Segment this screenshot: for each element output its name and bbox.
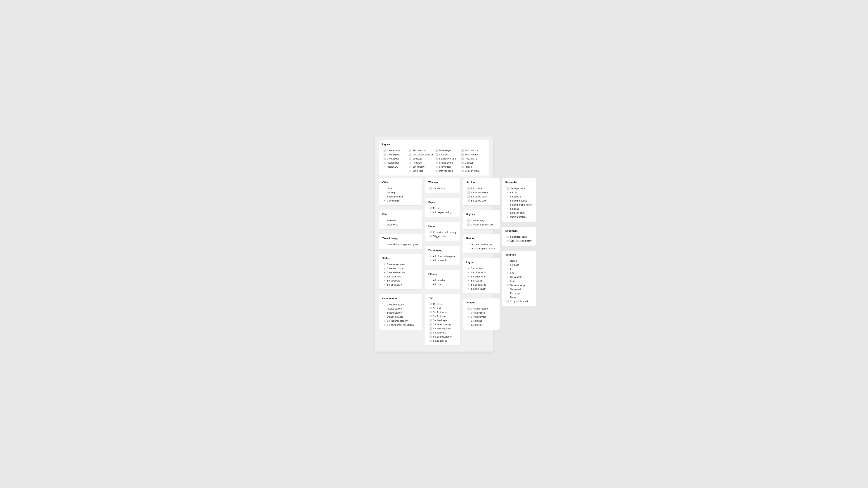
menu-item[interactable]: ○Repeat <box>505 259 533 263</box>
menu-item[interactable]: ⬜Set text <box>428 306 457 310</box>
menu-item[interactable]: ⬜Set text resize <box>428 339 457 343</box>
menu-item[interactable]: ⬜Create group <box>382 153 408 157</box>
menu-item[interactable]: ⊞Set auto layout <box>466 287 496 291</box>
menu-item[interactable]: ⬡On selection change <box>466 242 496 247</box>
menu-item[interactable]: ⬜Create page <box>382 157 408 161</box>
menu-item[interactable]: ⬜Create sticky <box>466 219 496 223</box>
menu-item[interactable]: ○Swap instance <box>382 311 419 315</box>
menu-item[interactable]: ⊞Set text style <box>382 279 419 283</box>
menu-item[interactable]: ⊞Set position <box>466 266 496 270</box>
menu-item[interactable]: ⬜Flip horizontal <box>434 161 460 165</box>
menu-item[interactable]: ○Insert instance <box>382 306 419 311</box>
menu-item[interactable]: ○Run script <box>505 291 533 295</box>
menu-item[interactable]: ⊞Set instance property <box>382 319 419 323</box>
menu-item[interactable]: ○Paste properties <box>505 215 533 219</box>
menu-item[interactable]: ⬜Flatten <box>460 165 486 169</box>
menu-item[interactable]: ○Add shadow <box>428 278 457 282</box>
menu-item[interactable]: TCreate text style <box>382 266 419 270</box>
menu-item[interactable]: ⬜Add to version history <box>505 239 533 243</box>
menu-item[interactable]: ⬜Resize to fit <box>460 157 486 161</box>
menu-item[interactable]: ⬡For each <box>505 263 533 267</box>
menu-item[interactable]: ○Detach instance <box>382 315 419 319</box>
menu-item[interactable]: +Add interaction <box>428 258 457 262</box>
menu-item[interactable]: ○Insert library component by key <box>382 242 419 247</box>
menu-item[interactable]: ⊞Set constraints <box>466 283 496 287</box>
menu-item[interactable]: A/Insert SVG <box>382 165 408 169</box>
menu-item[interactable]: ⬜Create frame <box>382 149 408 153</box>
menu-item[interactable]: ○Set corner smoothing <box>505 203 533 207</box>
menu-item[interactable]: ⬜Create shape with text <box>466 223 496 227</box>
menu-item[interactable]: ◇Create component <box>382 302 419 306</box>
menu-item[interactable]: /Add fill <box>505 191 533 195</box>
menu-item[interactable]: ⬡Open URL <box>382 223 419 227</box>
menu-item[interactable]: ○Stop automation <box>382 195 419 199</box>
menu-item[interactable]: ⬜Commit to undo history <box>428 230 457 234</box>
menu-item[interactable]: <>If <box>505 267 533 271</box>
menu-item[interactable]: ○Set opacity <box>505 195 533 199</box>
menu-item[interactable]: ⬜Set text decoration <box>428 335 457 339</box>
menu-item[interactable]: ⬜Export <box>428 206 457 210</box>
menu-item[interactable]: ⬜Set line height <box>428 318 457 322</box>
menu-item[interactable]: ⬜Set text alignment <box>428 326 457 330</box>
menu-item[interactable]: —Create line <box>466 319 496 323</box>
menu-item[interactable]: ○Else <box>505 271 533 275</box>
menu-item[interactable]: ⊞Set alignment <box>466 274 496 279</box>
menu-item[interactable]: ⬜Show message <box>505 283 533 287</box>
menu-item[interactable]: ⊞Set rotation <box>466 279 496 283</box>
menu-item[interactable]: △Create polygon <box>466 315 496 319</box>
menu-item[interactable]: ⊞Set effect style <box>382 283 419 287</box>
menu-item[interactable]: ⬜Send to back <box>460 153 486 157</box>
menu-item[interactable]: ⬜Copy to clipboard <box>505 299 533 303</box>
menu-item[interactable]: ⬜Set stroke style <box>466 199 496 203</box>
menu-item[interactable]: ⬜Create text <box>428 302 457 306</box>
menu-item[interactable]: ☆Create star <box>466 323 496 327</box>
menu-item[interactable]: ⬜Reparent <box>408 161 434 165</box>
menu-item[interactable]: ⬜Set mask <box>434 153 460 157</box>
menu-item[interactable]: ○Set point count <box>505 211 533 215</box>
menu-item[interactable]: +Add export setting <box>428 210 457 215</box>
menu-item[interactable]: ⬜Insert image <box>382 161 408 165</box>
menu-item[interactable]: ○Set corner radius <box>505 199 533 203</box>
menu-item[interactable]: ⬡Fetch URL <box>382 219 419 223</box>
menu-item[interactable]: ⬜Set font name <box>428 310 457 314</box>
menu-item[interactable]: ⬜Set text case <box>428 330 457 335</box>
menu-item[interactable]: ○Find <box>505 279 533 283</box>
menu-item[interactable]: ⬜Set font size <box>428 314 457 318</box>
menu-item[interactable]: ○Delay <box>505 295 533 299</box>
menu-item[interactable]: ⬜Get current selection <box>408 153 434 157</box>
menu-item[interactable]: ⊞Set dimensions <box>466 270 496 274</box>
menu-item[interactable]: △Show alert <box>505 287 533 291</box>
menu-item[interactable]: ○Note <box>382 186 419 191</box>
menu-item[interactable]: ⬜Move to page <box>434 169 460 173</box>
menu-item[interactable]: ⬜Set stroke align <box>466 195 496 199</box>
menu-item[interactable]: ⬜Bring to front <box>460 149 486 153</box>
menu-item[interactable]: ⬜Trigger undo <box>428 234 457 238</box>
menu-item[interactable]: ⬜Delete layer <box>434 149 460 153</box>
menu-item[interactable]: ○Add blur <box>428 282 457 286</box>
menu-item[interactable]: ○Set scale <box>505 207 533 211</box>
menu-item[interactable]: ✕Close plugin <box>382 199 419 203</box>
menu-item[interactable]: +Add flow starting point <box>428 254 457 258</box>
menu-item[interactable]: ⬜Set letter spacing <box>428 322 457 326</box>
menu-item[interactable]: ⬜Set clips content <box>434 157 460 161</box>
menu-item[interactable]: ⊞Set color style <box>382 274 419 279</box>
menu-item[interactable]: ⬜Ungroup <box>460 161 486 165</box>
menu-item[interactable]: /Create color style <box>382 262 419 266</box>
menu-item[interactable]: ⊞Set component description <box>382 323 419 327</box>
menu-item[interactable]: ⬜Set stroke weight <box>466 191 496 195</box>
menu-item[interactable]: ⬜Add stroke <box>466 186 496 191</box>
menu-item[interactable]: ⬡On current page change <box>466 247 496 251</box>
menu-item[interactable]: ⬜Set layer name <box>505 186 533 191</box>
menu-item[interactable]: ⬜Set current page <box>505 235 533 239</box>
menu-item[interactable]: ⬜Set viewport <box>428 186 457 191</box>
menu-item[interactable]: ⬜Set selection <box>408 149 434 153</box>
menu-item[interactable]: ○Nothing <box>382 191 419 195</box>
menu-item[interactable]: ○Create ellipse <box>466 311 496 315</box>
menu-item[interactable]: ⬜Create rectangle <box>466 306 496 311</box>
menu-item[interactable]: ⬜Duplicate <box>408 157 434 161</box>
menu-item[interactable]: ○Set variable <box>505 275 533 279</box>
menu-item[interactable]: ⬜Boolean group <box>460 169 486 173</box>
menu-item[interactable]: ⬜Set visibility <box>408 165 434 169</box>
menu-item[interactable]: ⬜Flip vertical <box>434 165 460 169</box>
menu-item[interactable]: ✦Create effect style <box>382 270 419 274</box>
